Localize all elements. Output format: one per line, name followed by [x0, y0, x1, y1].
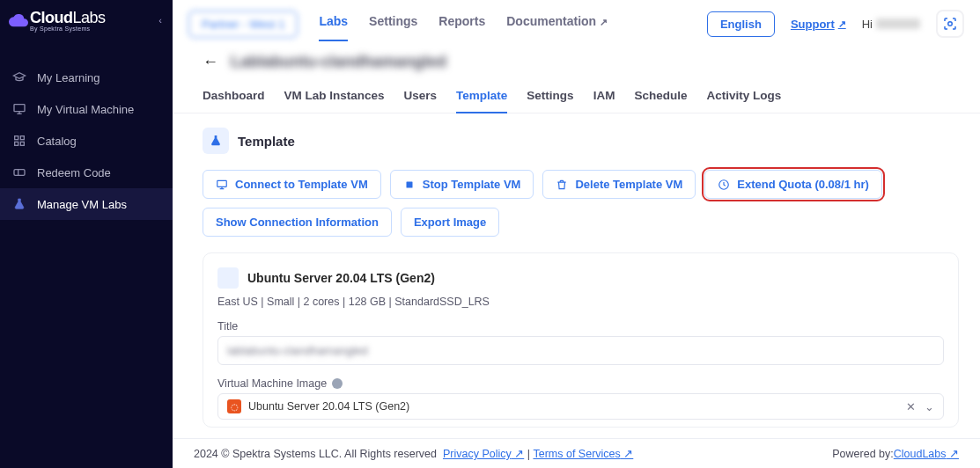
- support-link[interactable]: Support↗: [791, 18, 846, 31]
- content: Template Connect to Template VM Stop Tem…: [173, 113, 980, 468]
- template-actions: Connect to Template VM Stop Template VM …: [203, 170, 959, 237]
- sidebar-collapse-icon[interactable]: ‹: [158, 15, 162, 26]
- os-title: Ubuntu Server 20.04 LTS (Gen2): [247, 271, 435, 285]
- language-select[interactable]: English: [707, 11, 775, 37]
- sub-tabs: Dashboard VM Lab Instances Users Templat…: [173, 80, 980, 113]
- clear-icon[interactable]: ✕: [906, 400, 916, 413]
- subtab-vm-lab-instances[interactable]: VM Lab Instances: [284, 80, 385, 113]
- topbar: Partner - West 1 Labs Settings Reports D…: [173, 0, 980, 40]
- sidebar-item-label: My Learning: [37, 71, 100, 84]
- terms-link[interactable]: Terms of Services ↗: [533, 447, 633, 460]
- connect-template-vm-button[interactable]: Connect to Template VM: [203, 170, 381, 199]
- template-meta: East US | Small | 2 cores | 128 GB | Sta…: [217, 296, 944, 308]
- vmi-select[interactable]: ◌ Ubuntu Server 20.04 LTS (Gen2) ✕ ⌄: [217, 393, 944, 420]
- sidebar-item-my-vm[interactable]: My Virtual Machine: [0, 93, 173, 125]
- external-link-icon: ↗: [600, 17, 608, 27]
- ubuntu-icon: ◌: [227, 399, 241, 413]
- sidebar-item-redeem[interactable]: Redeem Code: [0, 157, 173, 188]
- title-label: Title: [217, 320, 944, 333]
- footer: 2024 © Spektra Systems LLC. All Rights r…: [173, 438, 980, 468]
- tab-reports[interactable]: Reports: [438, 7, 485, 40]
- svg-rect-1: [15, 136, 18, 140]
- tab-labs[interactable]: Labs: [319, 7, 348, 40]
- os-badge-icon: [217, 267, 239, 289]
- svg-rect-0: [14, 105, 25, 112]
- vmi-label-row: Virtual Machine Image: [217, 377, 944, 390]
- sidebar-item-label: My Virtual Machine: [37, 103, 134, 116]
- sidebar-item-manage-vm-labs[interactable]: Manage VM Labs: [0, 188, 173, 220]
- page-title: Lablabuntu-clandhamangled: [231, 53, 446, 71]
- svg-rect-7: [217, 180, 227, 186]
- svg-rect-4: [20, 142, 24, 145]
- extend-quota-button[interactable]: Extend Quota (0.08/1 hr): [704, 170, 882, 199]
- clock-icon: [718, 179, 730, 191]
- scan-button[interactable]: [936, 10, 964, 38]
- stop-icon: [403, 179, 416, 191]
- vmi-value: Ubuntu Server 20.04 LTS (Gen2): [248, 400, 409, 413]
- brand: CloudLabs By Spektra Systems ‹: [0, 0, 173, 40]
- subtab-dashboard[interactable]: Dashboard: [203, 80, 265, 113]
- powered-by: Powered by:: [832, 448, 893, 460]
- subtab-schedule[interactable]: Schedule: [634, 80, 687, 113]
- svg-rect-5: [14, 170, 25, 176]
- graduation-cap-icon: [12, 70, 26, 84]
- subtab-users[interactable]: Users: [404, 80, 438, 113]
- cloud-logo-icon: [9, 13, 28, 27]
- monitor-icon: [216, 179, 228, 191]
- flask-icon: [12, 197, 26, 211]
- top-nav: Labs Settings Reports Documentation↗: [319, 7, 691, 40]
- sidebar-nav: My Learning My Virtual Machine Catalog R…: [0, 62, 173, 220]
- ticket-icon: [12, 165, 26, 179]
- svg-rect-8: [406, 181, 412, 187]
- tab-documentation[interactable]: Documentation↗: [506, 7, 608, 40]
- sidebar-item-label: Redeem Code: [37, 166, 111, 179]
- brand-text: CloudLabs: [30, 9, 106, 27]
- show-connection-info-button[interactable]: Show Connection Information: [203, 208, 392, 237]
- back-button[interactable]: ←: [203, 53, 218, 71]
- privacy-policy-link[interactable]: Privacy Policy ↗: [443, 447, 524, 460]
- main: Partner - West 1 Labs Settings Reports D…: [173, 0, 980, 468]
- breadcrumb: ← Lablabuntu-clandhamangled: [173, 40, 980, 80]
- sidebar-item-catalog[interactable]: Catalog: [0, 125, 173, 157]
- sidebar-item-my-learning[interactable]: My Learning: [0, 62, 173, 93]
- info-icon[interactable]: [332, 378, 343, 389]
- section-title: Template: [238, 134, 295, 149]
- grid-icon: [12, 134, 26, 148]
- tab-settings[interactable]: Settings: [369, 7, 417, 40]
- flask-icon: [203, 128, 229, 154]
- subtab-activity-logs[interactable]: Activity Logs: [706, 80, 781, 113]
- powered-by-link[interactable]: CloudLabs ↗: [894, 447, 959, 460]
- subtab-settings[interactable]: Settings: [527, 80, 573, 113]
- svg-rect-2: [20, 136, 24, 140]
- svg-rect-3: [15, 142, 18, 145]
- stop-template-vm-button[interactable]: Stop Template VM: [390, 170, 534, 199]
- section-header: Template: [203, 128, 959, 154]
- sidebar: CloudLabs By Spektra Systems ‹ My Learni…: [0, 0, 173, 468]
- template-panel: Ubuntu Server 20.04 LTS (Gen2) East US |…: [203, 252, 959, 428]
- vmi-label: Virtual Machine Image: [217, 377, 327, 390]
- trash-icon: [556, 179, 568, 191]
- monitor-icon: [12, 102, 26, 116]
- chevron-down-icon[interactable]: ⌄: [925, 400, 934, 413]
- sidebar-item-label: Manage VM Labs: [37, 198, 127, 211]
- sidebar-item-label: Catalog: [37, 135, 77, 148]
- delete-template-vm-button[interactable]: Delete Template VM: [542, 170, 696, 199]
- partner-select[interactable]: Partner - West 1: [188, 11, 298, 38]
- export-image-button[interactable]: Export Image: [401, 208, 499, 237]
- subtab-iam[interactable]: IAM: [593, 80, 615, 113]
- title-input[interactable]: lablabuntu-clandhamangled: [217, 336, 944, 365]
- subtab-template[interactable]: Template: [456, 80, 507, 113]
- footer-copyright: 2024 © Spektra Systems LLC. All Rights r…: [194, 448, 437, 460]
- template-os-header: Ubuntu Server 20.04 LTS (Gen2): [217, 267, 944, 289]
- user-greeting: Hi: [862, 18, 920, 31]
- external-link-icon: ↗: [838, 18, 846, 30]
- svg-point-6: [948, 22, 953, 26]
